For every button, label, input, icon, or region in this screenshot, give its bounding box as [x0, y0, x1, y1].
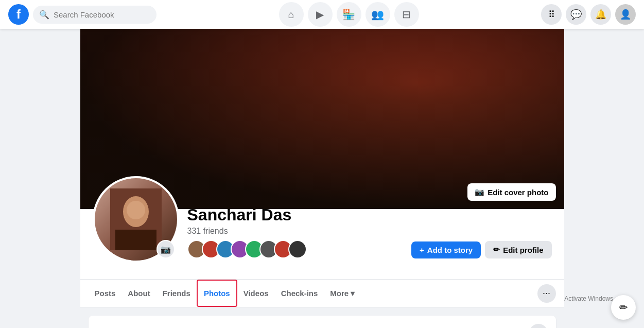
gaming-nav-btn[interactable]: ⊟ — [394, 2, 419, 27]
friend-avatars — [187, 240, 404, 258]
edit-cover-btn[interactable]: 📷 Edit cover photo — [467, 183, 555, 201]
profile-avatar-wrap: 📷 — [93, 176, 179, 263]
facebook-logo[interactable]: f — [8, 4, 29, 25]
nav-item-videos[interactable]: Videos — [237, 281, 275, 306]
floating-edit-btn[interactable]: ✏ — [611, 295, 636, 320]
page-content: 📷 Edit cover photo 📷 — [0, 29, 644, 328]
groups-nav-btn[interactable]: 👥 — [365, 2, 390, 27]
plus-icon: + — [420, 246, 424, 254]
nav-options-btn[interactable]: ··· — [537, 284, 556, 303]
nav-center: ⌂ ▶ 🏪 👥 ⊟ — [161, 2, 537, 27]
profile-info: Sanchari Das 331 friends — [187, 205, 404, 263]
friend-avatar-8[interactable] — [288, 240, 307, 258]
search-icon: 🔍 — [39, 10, 49, 20]
photos-card-actions: Add photos/video ··· — [460, 324, 548, 328]
search-bar[interactable]: 🔍 — [33, 6, 156, 24]
nav-item-more[interactable]: More ▾ — [324, 281, 361, 306]
nav-item-checkins[interactable]: Check-ins — [275, 281, 324, 306]
apps-btn[interactable]: ⠿ — [541, 4, 562, 25]
camera-icon: 📷 — [475, 187, 484, 197]
profile-photo-svg — [110, 188, 162, 250]
windows-notice: Activate Windows — [564, 295, 613, 302]
notifications-btn[interactable]: 🔔 — [590, 4, 611, 25]
cover-section: 📷 Edit cover photo 📷 — [80, 29, 564, 307]
nav-right: ⠿ 💬 🔔 👤 — [541, 4, 636, 25]
nav-item-friends[interactable]: Friends — [156, 281, 197, 306]
video-nav-btn[interactable]: ▶ — [308, 2, 333, 27]
photos-card: Photos Add photos/video ··· Photos of Yo… — [89, 316, 556, 328]
edit-profile-btn[interactable]: ✏ Edit profile — [485, 241, 551, 258]
profile-nav: Posts About Friends Photos Videos Check-… — [80, 280, 564, 307]
svg-rect-2 — [115, 230, 156, 250]
svg-point-3 — [127, 201, 145, 219]
profile-actions: + Add to story ✏ Edit profile — [411, 241, 551, 263]
add-story-btn[interactable]: + Add to story — [411, 241, 481, 258]
user-avatar[interactable]: 👤 — [615, 4, 636, 25]
marketplace-nav-btn[interactable]: 🏪 — [337, 2, 361, 27]
main-content: Photos Add photos/video ··· Photos of Yo… — [80, 316, 564, 328]
profile-friends-count: 331 friends — [187, 227, 404, 236]
pencil-icon: ✏ — [493, 245, 500, 254]
photos-more-btn[interactable]: ··· — [529, 324, 548, 328]
navbar: f 🔍 ⌂ ▶ 🏪 👥 ⊟ ⠿ 💬 🔔 👤 — [0, 0, 644, 29]
search-input[interactable] — [54, 10, 150, 19]
nav-item-posts[interactable]: Posts — [89, 281, 122, 306]
nav-item-about[interactable]: About — [121, 281, 156, 306]
messenger-btn[interactable]: 💬 — [566, 4, 586, 25]
photos-card-header: Photos Add photos/video ··· — [97, 324, 548, 328]
avatar-camera-btn[interactable]: 📷 — [156, 240, 175, 258]
nav-item-photos[interactable]: Photos — [197, 280, 237, 307]
home-nav-btn[interactable]: ⌂ — [279, 2, 304, 27]
